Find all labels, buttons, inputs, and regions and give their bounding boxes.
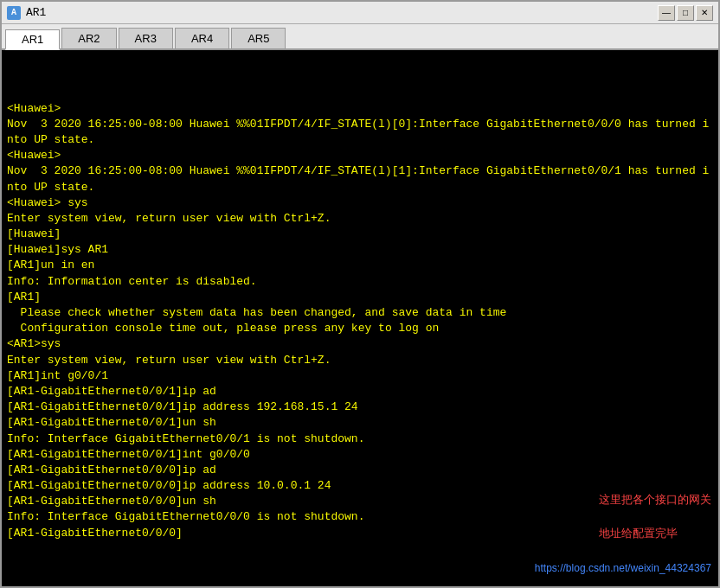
tab-ar3[interactable]: AR3 [119, 28, 173, 48]
terminal-line: [AR1-GigabitEthernet0/0/1]ip address 192… [7, 399, 713, 415]
terminal-line: <Huawei> [7, 148, 713, 163]
terminal-line: [AR1-GigabitEthernet0/0/1]ip ad [7, 384, 713, 399]
terminal-line: Please check whether system data has bee… [7, 305, 713, 321]
title-bar: A AR1 — □ ✕ [2, 2, 718, 24]
annotation-line1: 这里把各个接口的网关 [599, 493, 711, 506]
terminal-line: Nov 3 2020 16:25:00-08:00 Huawei %%01IFP… [7, 163, 713, 195]
terminal-line: Enter system view, return user view with… [7, 211, 713, 227]
terminal-line: [AR1]un in en [7, 258, 713, 273]
terminal-line: Configuration console time out, please p… [7, 321, 713, 336]
terminal-line: [AR1-GigabitEthernet0/0/1]int g0/0/0 [7, 447, 713, 463]
terminal-line: <Huawei> [7, 101, 713, 117]
terminal-line: [AR1]int g0/0/1 [7, 368, 713, 384]
annotation: 这里把各个接口的网关 地址给配置完毕 [580, 474, 711, 559]
main-window: A AR1 — □ ✕ AR1 AR2 AR3 AR4 AR5 <Huawei>… [0, 0, 720, 588]
annotation-line2: 地址给配置完毕 [599, 527, 678, 540]
terminal-line: Info: Interface GigabitEthernet0/0/1 is … [7, 431, 713, 447]
watermark: https://blog.csdn.net/weixin_44324367 [535, 561, 711, 576]
close-button[interactable]: ✕ [696, 5, 713, 21]
terminal-line: Nov 3 2020 16:25:00-08:00 Huawei %%01IFP… [7, 117, 713, 148]
title-bar-left: A AR1 [7, 6, 46, 20]
tab-ar2[interactable]: AR2 [61, 28, 116, 48]
terminal-area[interactable]: <Huawei>Nov 3 2020 16:25:00-08:00 Huawei… [2, 50, 718, 586]
tab-ar5[interactable]: AR5 [231, 28, 286, 48]
tab-ar1[interactable]: AR1 [5, 29, 60, 50]
minimize-button[interactable]: — [658, 5, 675, 21]
terminal-line: [AR1] [7, 290, 713, 305]
terminal-line: [Huawei] [7, 227, 713, 242]
maximize-button[interactable]: □ [677, 5, 694, 21]
terminal-line: Enter system view, return user view with… [7, 353, 713, 368]
terminal-line: <Huawei> sys [7, 195, 713, 211]
terminal-line: Info: Information center is disabled. [7, 274, 713, 290]
tab-ar4[interactable]: AR4 [175, 28, 229, 48]
terminal-line: [Huawei]sys AR1 [7, 242, 713, 258]
app-icon: A [7, 6, 21, 20]
terminal-line: <AR1>sys [7, 336, 713, 352]
tab-bar: AR1 AR2 AR3 AR4 AR5 [2, 24, 718, 50]
window-title: AR1 [26, 6, 46, 19]
title-bar-controls: — □ ✕ [658, 5, 713, 21]
terminal-line: [AR1-GigabitEthernet0/0/1]un sh [7, 415, 713, 431]
